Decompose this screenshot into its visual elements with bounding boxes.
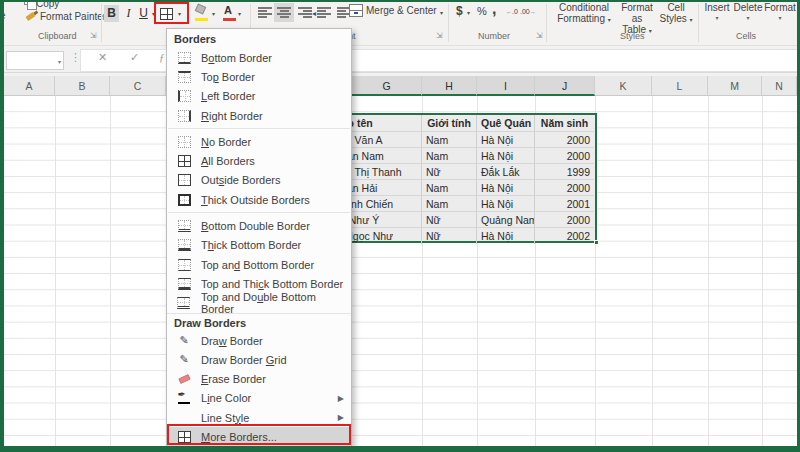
enter-icon[interactable]: ✓	[130, 51, 139, 64]
cell-styles-button[interactable]: Cell Styles ▾	[658, 2, 694, 26]
menu-item-bottom-double-border[interactable]: Bottom Double Border	[167, 216, 351, 235]
menu-item-thick-outside-borders[interactable]: Thick Outside Borders	[167, 190, 351, 209]
table-cell[interactable]: 2000	[535, 148, 594, 164]
column-header-k[interactable]: K	[595, 76, 652, 96]
font-color-button[interactable]: A	[222, 4, 238, 22]
menu-item-draw-border-grid[interactable]: ✎Draw Border Grid	[167, 350, 351, 369]
table-cell[interactable]: Quảng Nam	[477, 212, 535, 228]
menu-item-erase-border[interactable]: Erase Border	[167, 369, 351, 388]
name-box[interactable]: ▾	[6, 51, 64, 70]
comma-style-button[interactable]: ,	[492, 0, 496, 18]
table-cell[interactable]: Nữ	[422, 212, 477, 228]
table-row[interactable]: Văn NamNamHà Nội2000	[336, 148, 595, 164]
merge-center-dropdown[interactable]: ▾	[440, 9, 443, 16]
table-cell[interactable]: Hà Nội	[477, 196, 535, 212]
decrease-decimal-button[interactable]: .00→	[520, 8, 536, 15]
table-cell[interactable]: Nam	[422, 180, 477, 196]
underline-button[interactable]: U	[136, 5, 151, 22]
increase-decimal-button[interactable]: ←.0	[506, 8, 518, 15]
menu-item-left-border[interactable]: Left Border	[167, 87, 351, 106]
column-header-h[interactable]: H	[422, 76, 477, 96]
table-cell[interactable]: Đắk Lắk	[477, 164, 535, 180]
table-cell[interactable]: Hà Nội	[477, 132, 535, 148]
table-header-row[interactable]: Họ tênGiới tínhQuê QuánNăm sinh	[336, 115, 595, 132]
table-cell[interactable]: 2002	[535, 228, 594, 244]
table-cell[interactable]: 2000	[535, 180, 594, 196]
table-row[interactable]: ễn Thị ThanhNữĐắk Lắk1999	[336, 164, 595, 180]
table-cell[interactable]: Hà Nội	[477, 228, 535, 244]
clipboard-dialog-launcher[interactable]: ⇲	[90, 31, 97, 40]
borders-dropdown-arrow[interactable]: ▾	[178, 10, 181, 17]
menu-item-top-and-bottom-border[interactable]: Top and Bottom Border	[167, 255, 351, 274]
table-row[interactable]: ễn Văn ANamHà Nội2000	[336, 132, 595, 148]
column-header-b[interactable]: B	[55, 76, 110, 96]
menu-item-no-border[interactable]: No Border	[167, 132, 351, 151]
delete-button[interactable]: Delete▾	[733, 2, 763, 24]
column-header-m[interactable]: M	[708, 76, 762, 96]
table-header-cell[interactable]: Giới tính	[422, 115, 477, 132]
menu-item-line-style[interactable]: Line Style▶	[167, 408, 351, 427]
column-header-g[interactable]: G	[352, 76, 422, 96]
sheet-grid-left[interactable]	[4, 96, 166, 446]
menu-item-outside-borders[interactable]: Outside Borders	[167, 171, 351, 190]
menu-item-all-borders[interactable]: All Borders	[167, 151, 351, 170]
column-header-c[interactable]: C	[110, 76, 166, 96]
fill-handle[interactable]	[594, 240, 599, 245]
menu-item-bottom-border[interactable]: Bottom Border	[167, 48, 351, 67]
merge-center-button[interactable]: Merge & Center	[366, 5, 437, 16]
table-row[interactable]: Văn HảiNamHà Nội2000	[336, 180, 595, 196]
table-cell[interactable]: Hà Nội	[477, 180, 535, 196]
menu-item-top-border[interactable]: Top Border	[167, 67, 351, 86]
table-cell[interactable]: Nữ	[422, 164, 477, 180]
table-row[interactable]: ị Ngọc NhưNữHà Nội2002	[336, 228, 595, 244]
decrease-indent-button[interactable]: ◂	[314, 3, 334, 22]
table-cell[interactable]: Nam	[422, 148, 477, 164]
align-left-button[interactable]	[258, 7, 272, 18]
cancel-icon[interactable]: ✕	[98, 51, 107, 64]
menu-item-draw-border[interactable]: ✎Draw Border	[167, 331, 351, 350]
table-cell[interactable]: Nữ	[422, 228, 477, 244]
column-header-i[interactable]: I	[477, 76, 535, 96]
table-cell[interactable]: Nam	[422, 132, 477, 148]
align-right-button[interactable]	[298, 7, 312, 18]
format-painter-button[interactable]: Format Painter	[40, 11, 106, 22]
percent-style-button[interactable]: %	[477, 5, 487, 17]
table-row[interactable]: Minh ChiếnNamHà Nội2001	[336, 196, 595, 212]
number-dialog-launcher[interactable]: ⇲	[536, 31, 543, 40]
insert-button[interactable]: Insert▾	[702, 2, 732, 24]
menu-item-right-border[interactable]: Right Border	[167, 106, 351, 125]
accounting-format-dropdown[interactable]: ▾	[467, 9, 470, 16]
alignment-dialog-launcher[interactable]: ⇲	[436, 31, 443, 40]
accounting-format-button[interactable]: $	[456, 4, 463, 18]
menu-item-top-and-double-bottom-border[interactable]: Top and Double Bottom Border	[167, 294, 351, 313]
font-color-dropdown[interactable]: ▾	[238, 10, 241, 17]
table-cell[interactable]: 1999	[535, 164, 594, 180]
menu-item-thick-bottom-border[interactable]: Thick Bottom Border	[167, 236, 351, 255]
column-header-l[interactable]: L	[652, 76, 708, 96]
column-header-n[interactable]: N	[762, 76, 797, 96]
italic-button[interactable]: I	[121, 5, 136, 22]
name-box-dropdown-icon[interactable]: ▾	[58, 58, 61, 65]
table-header-cell[interactable]: Quê Quán	[477, 115, 535, 132]
menu-item-more-borders[interactable]: More Borders...	[167, 427, 351, 446]
conditional-formatting-button[interactable]: Conditional Formatting ▾	[553, 2, 615, 26]
fill-color-dropdown[interactable]: ▾	[212, 10, 215, 17]
format-button[interactable]: Format▾	[764, 2, 796, 24]
table-cell[interactable]: 2000	[535, 132, 594, 148]
borders-button[interactable]	[160, 6, 173, 24]
underline-dropdown[interactable]: ▾	[152, 10, 155, 17]
column-header-a[interactable]: A	[4, 76, 55, 96]
fx-icon[interactable]: ƒ	[159, 51, 165, 63]
column-header-j[interactable]: J	[535, 76, 595, 96]
menu-item-line-color[interactable]: ✒Line Color▶	[167, 389, 351, 408]
table-cell[interactable]: Hà Nội	[477, 148, 535, 164]
fill-color-button[interactable]	[194, 4, 210, 22]
table-cell[interactable]: 2001	[535, 196, 594, 212]
table-cell[interactable]: Nam	[422, 196, 477, 212]
align-center-button[interactable]	[274, 3, 294, 22]
table-header-cell[interactable]: Năm sinh	[535, 115, 594, 132]
bold-button[interactable]: B	[104, 5, 119, 22]
table-cell[interactable]: 2000	[535, 212, 594, 228]
selected-data-range[interactable]: Họ tênGiới tínhQuê QuánNăm sinhễn Văn AN…	[336, 113, 597, 243]
table-row[interactable]: n Như ÝNữQuảng Nam2000	[336, 212, 595, 228]
